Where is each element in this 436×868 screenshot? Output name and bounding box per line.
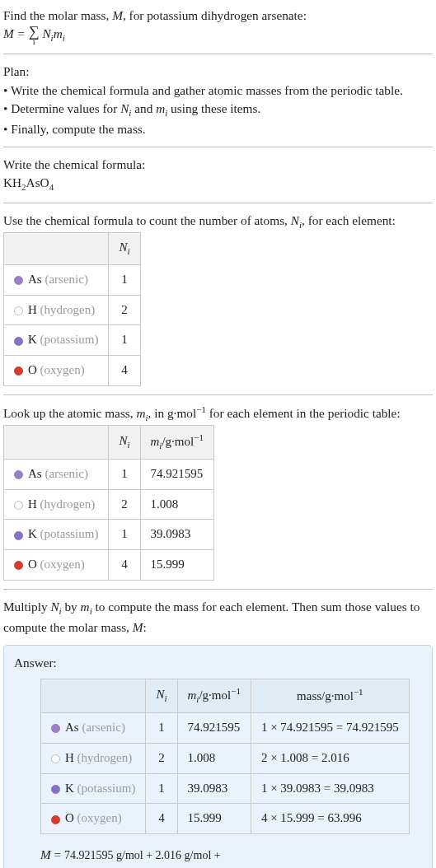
answer-heading: Answer: [14,654,422,672]
element-dot-icon [14,276,23,285]
step-chemical-formula: Write the chemical formula: KH2AsO4 [3,156,433,194]
table-row: K (potassium) 1 39.0983 [4,520,214,550]
answer-table: Ni mi/g·mol−1 mass/g·mol−1 As (arsenic) … [40,679,410,834]
plan-heading: Plan: [3,63,433,81]
atom-count-table: Ni As (arsenic) 1 H (hydrogen) 2 K (pota… [3,232,141,386]
table-row: As (arsenic) 1 74.921595 1 × 74.921595 =… [41,713,410,744]
element-dot-icon [14,306,23,315]
molar-mass-equation: M = ∑i Nimi [3,26,65,40]
table-row: H (hydrogen) 2 [4,295,141,325]
table-row: H (hydrogen) 2 1.008 2 × 1.008 = 2.016 [41,743,410,773]
table-row: O (oxygen) 4 15.999 4 × 15.999 = 63.996 [41,804,410,834]
plan-bullet-2: • Determine values for Ni and mi using t… [3,100,433,120]
final-line-1: 74.921595 g/mol + 2.016 g/mol + [64,849,221,861]
step-atomic-mass: Look up the atomic mass, mi, in g·mol−1 … [3,404,433,581]
table-header-Ni: Ni [109,426,140,460]
divider [3,394,433,395]
step1-heading: Write the chemical formula: [3,156,433,174]
table-header-mass: mass/g·mol−1 [251,679,409,713]
table-header-mi: mi/g·mol−1 [140,426,213,460]
element-dot-icon [51,785,60,794]
plan: Plan: • Write the chemical formula and g… [3,63,433,138]
table-row: O (oxygen) 4 15.999 [4,550,214,581]
element-dot-icon [51,724,60,733]
table-row: H (hydrogen) 2 1.008 [4,489,214,520]
element-dot-icon [14,531,23,540]
final-molar-mass: M = 74.921595 g/mol + 2.016 g/mol + 39.0… [40,846,422,868]
intro: Find the molar mass, M, for potassium di… [3,7,433,45]
table-header-blank [4,426,109,460]
plan-bullet-3: • Finally, compute the mass. [3,120,433,138]
element-dot-icon [51,754,60,763]
atomic-mass-table: Ni mi/g·mol−1 As (arsenic) 1 74.921595 H… [3,425,214,581]
element-dot-icon [14,337,23,346]
intro-text-a: Find the molar mass, [3,8,112,22]
divider [3,147,433,147]
table-header-Ni: Ni [109,233,140,265]
element-dot-icon [14,470,23,479]
table-header-Ni: Ni [146,679,177,713]
step-count-atoms: Use the chemical formula to count the nu… [3,212,433,386]
table-header-blank [4,233,109,265]
divider [3,54,433,54]
table-row: O (oxygen) 4 [4,356,141,386]
table-row: K (potassium) 1 39.0983 1 × 39.0983 = 39… [41,773,410,804]
step3-heading: Look up the atomic mass, mi, in g·mol−1 … [3,404,433,425]
table-row: K (potassium) 1 [4,325,141,356]
element-dot-icon [14,366,23,376]
answer-box: Answer: Ni mi/g·mol−1 mass/g·mol−1 As (a… [3,645,433,868]
intro-M: M [112,8,123,22]
table-header-mi: mi/g·mol−1 [177,679,251,713]
step-multiply: Multiply Ni by mi to compute the mass fo… [3,598,433,637]
divider [3,203,433,203]
element-dot-icon [14,561,23,570]
chemical-formula: KH2AsO4 [3,174,433,194]
element-dot-icon [51,815,60,824]
plan-bullet-1: • Write the chemical formula and gather … [3,82,433,100]
table-row: As (arsenic) 1 74.921595 [4,459,214,489]
divider [3,589,433,590]
table-header-blank [41,679,146,713]
table-row: As (arsenic) 1 [4,264,141,295]
step2-heading: Use the chemical formula to count the nu… [3,212,433,232]
element-dot-icon [14,501,23,510]
intro-text-b: , for potassium dihydrogen arsenate: [123,8,307,22]
